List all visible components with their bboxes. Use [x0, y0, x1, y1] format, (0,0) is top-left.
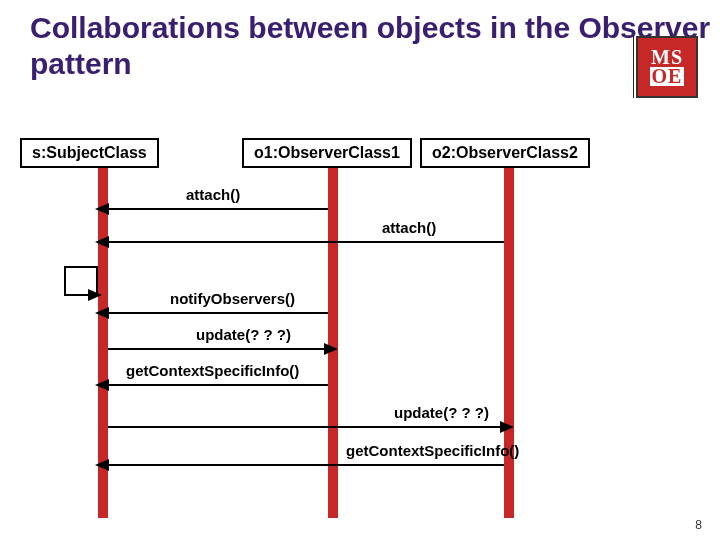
participant-observer1: o1:ObserverClass1: [242, 138, 412, 168]
msg-update1-head: [324, 343, 338, 355]
msg-getinfo2-label: getContextSpecificInfo(): [346, 442, 519, 459]
participant-subject: s:SubjectClass: [20, 138, 159, 168]
msg-attach1-head: [95, 203, 109, 215]
msoe-logo: MS OE: [636, 36, 698, 98]
msg-update1-label: update(? ? ?): [196, 326, 291, 343]
msg-getinfo2-head: [95, 459, 109, 471]
msg-getinfo1-arrow: [108, 384, 328, 386]
slide-title: Collaborations between objects in the Ob…: [30, 10, 720, 82]
msg-update2-label: update(? ? ?): [394, 404, 489, 421]
participant-observer2: o2:ObserverClass2: [420, 138, 590, 168]
page-number: 8: [695, 518, 702, 532]
msg-getinfo1-head: [95, 379, 109, 391]
logo-bottom: OE: [650, 67, 685, 86]
msg-notify-label: notifyObservers(): [170, 290, 295, 307]
msg-update2-arrow: [108, 426, 504, 428]
msg-attach1-label: attach(): [186, 186, 240, 203]
title-divider: [633, 36, 634, 98]
msg-getinfo1-label: getContextSpecificInfo(): [126, 362, 299, 379]
msg-attach2-label: attach(): [382, 219, 436, 236]
self-call-return-head: [88, 289, 102, 301]
msg-notify-arrow: [108, 312, 328, 314]
msg-attach2-head: [95, 236, 109, 248]
lifeline-observer2: [504, 168, 514, 518]
msg-attach1-arrow: [108, 208, 328, 210]
msg-notify-head: [95, 307, 109, 319]
msg-update2-head: [500, 421, 514, 433]
msg-attach2-arrow: [108, 241, 504, 243]
msg-getinfo2-arrow: [108, 464, 504, 466]
msg-update1-arrow: [108, 348, 328, 350]
